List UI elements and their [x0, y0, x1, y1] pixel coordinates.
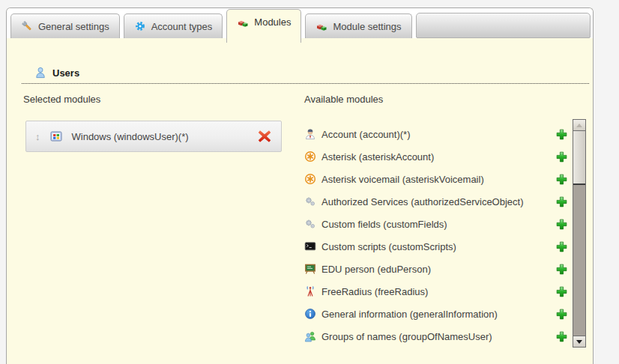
scrollbar-thumb[interactable]	[573, 131, 585, 185]
tab-modules[interactable]: Modules	[226, 9, 301, 43]
tab-label: Module settings	[333, 21, 401, 32]
plus-icon[interactable]	[555, 128, 568, 141]
asterisk-icon	[304, 173, 316, 185]
list-item: Asterisk voicemail (asteriskVoicemail)	[304, 168, 568, 190]
scrollbar	[573, 119, 586, 348]
modules-icon	[237, 16, 249, 28]
plus-icon[interactable]	[555, 218, 568, 231]
list-item: Account (account)(*)	[304, 123, 568, 145]
list-item: Groups of names (groupOfNamesUser)	[304, 325, 568, 348]
chalkboard-icon	[304, 263, 316, 275]
account-person-icon	[304, 128, 316, 140]
list-item: FreeRadius (freeRadius)	[304, 280, 568, 303]
available-modules-heading: Available modules	[304, 94, 383, 105]
tab-account-types[interactable]: Account types	[124, 13, 223, 38]
list-item: Asterisk (asteriskAccount)	[304, 145, 568, 168]
plus-icon[interactable]	[555, 308, 568, 321]
module-label: Account (account)(*)	[321, 129, 555, 140]
module-label: FreeRadius (freeRadius)	[321, 286, 555, 297]
selected-module-label: Windows (windowsUser)(*)	[72, 131, 258, 142]
tab-label: Account types	[151, 21, 213, 32]
plus-icon[interactable]	[555, 263, 568, 276]
module-label: Asterisk voicemail (asteriskVoicemail)	[321, 174, 555, 185]
tab-label: General settings	[38, 21, 109, 32]
down-arrow-icon	[576, 340, 582, 344]
plus-icon[interactable]	[555, 240, 568, 253]
module-label: Custom scripts (customScripts)	[321, 241, 555, 252]
antenna-icon	[304, 285, 316, 297]
info-icon	[304, 308, 316, 320]
module-label: EDU person (eduPerson)	[321, 264, 555, 275]
plus-icon[interactable]	[555, 195, 568, 208]
gears-icon	[304, 195, 316, 207]
selected-module-row: ↕ Windows (windowsUser)(*)	[25, 121, 282, 152]
tab-general-settings[interactable]: General settings	[10, 13, 120, 38]
scrollbar-up-button[interactable]	[573, 120, 585, 131]
gear-icon	[134, 20, 146, 32]
config-panel: General settings Account types Modules	[6, 7, 594, 364]
up-arrow-icon	[576, 124, 582, 127]
list-item: General information (generalInformation)	[304, 303, 568, 325]
section-divider	[22, 83, 589, 84]
tab-bar-filler	[416, 13, 591, 38]
windows-icon	[50, 130, 62, 142]
gears-icon	[304, 218, 316, 230]
plus-icon[interactable]	[555, 330, 568, 343]
available-modules-list: Account (account)(*) Asterisk (asteriskA…	[304, 123, 568, 348]
tab-module-settings[interactable]: Module settings	[305, 13, 411, 38]
module-label: Authorized Services (authorizedServiceOb…	[321, 196, 555, 207]
module-label: Groups of names (groupOfNamesUser)	[321, 331, 555, 342]
move-handle-icon[interactable]: ↕	[35, 132, 40, 142]
asterisk-icon	[304, 151, 316, 163]
list-item: Custom scripts (customScripts)	[304, 235, 568, 258]
tab-bar: General settings Account types Modules	[7, 8, 593, 38]
selected-modules-heading: Selected modules	[23, 94, 100, 105]
modules-icon	[315, 20, 327, 32]
list-item: Custom fields (customFields)	[304, 213, 568, 235]
module-label: Asterisk (asteriskAccount)	[321, 151, 555, 163]
list-item: EDU person (eduPerson)	[304, 258, 568, 280]
module-label: Custom fields (customFields)	[321, 219, 555, 230]
group-icon	[304, 330, 316, 342]
plus-icon[interactable]	[555, 285, 568, 298]
list-item: Authorized Services (authorizedServiceOb…	[304, 190, 568, 213]
delete-icon[interactable]	[257, 129, 272, 144]
tab-label: Modules	[254, 16, 291, 28]
wrench-icon	[21, 20, 33, 32]
section-heading-users: Users	[34, 67, 79, 79]
plus-icon[interactable]	[555, 173, 568, 186]
module-label: General information (generalInformation)	[321, 309, 555, 320]
user-icon	[34, 67, 46, 79]
section-title: Users	[52, 67, 79, 79]
plus-icon[interactable]	[555, 151, 568, 163]
terminal-icon	[304, 240, 316, 252]
scrollbar-down-button[interactable]	[573, 336, 585, 347]
